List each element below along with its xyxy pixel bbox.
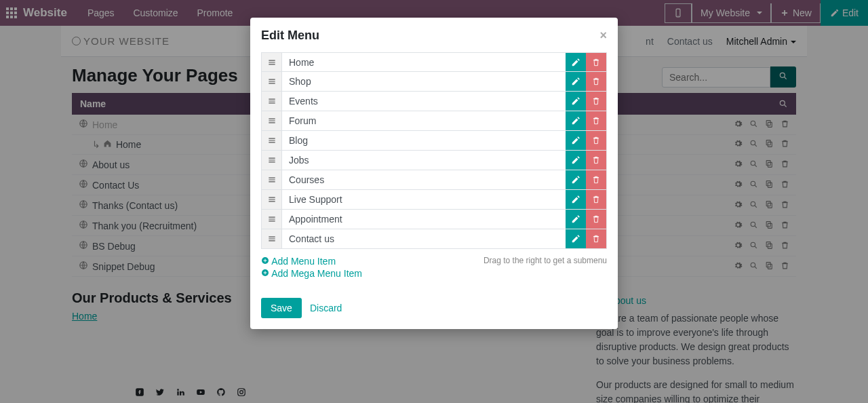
delete-item-button[interactable] xyxy=(586,190,606,209)
delete-item-button[interactable] xyxy=(586,210,606,229)
menu-item[interactable]: Courses xyxy=(261,170,607,190)
delete-item-button[interactable] xyxy=(586,229,606,248)
add-mega-menu-item[interactable]: Add Mega Menu Item xyxy=(261,268,362,279)
menu-item-label: Jobs xyxy=(282,151,566,170)
menu-item[interactable]: Appointment xyxy=(261,210,607,229)
add-menu-label: Add Menu Item xyxy=(271,256,336,267)
menu-item-label: Contact us xyxy=(282,229,566,248)
menu-item-label: Shop xyxy=(282,72,566,91)
edit-item-button[interactable] xyxy=(566,111,586,130)
delete-item-button[interactable] xyxy=(586,170,606,189)
drag-handle-icon[interactable] xyxy=(262,111,282,130)
edit-item-button[interactable] xyxy=(566,229,586,248)
drag-handle-icon[interactable] xyxy=(262,72,282,91)
edit-item-button[interactable] xyxy=(566,131,586,150)
drag-handle-icon[interactable] xyxy=(262,210,282,229)
edit-item-button[interactable] xyxy=(566,92,586,111)
add-menu-item[interactable]: Add Menu Item xyxy=(261,256,362,267)
edit-item-button[interactable] xyxy=(566,170,586,189)
save-button[interactable]: Save xyxy=(261,298,302,318)
menu-item[interactable]: Jobs xyxy=(261,151,607,170)
menu-item-label: Blog xyxy=(282,131,566,150)
delete-item-button[interactable] xyxy=(586,131,606,150)
drag-handle-icon[interactable] xyxy=(262,151,282,170)
menu-item-label: Forum xyxy=(282,111,566,130)
edit-menu-modal: Edit Menu × HomeShopEventsForumBlogJobsC… xyxy=(250,18,618,329)
modal-title: Edit Menu xyxy=(261,28,319,43)
menu-item[interactable]: Shop xyxy=(261,72,607,92)
menu-item[interactable]: Contact us xyxy=(261,229,607,249)
menu-item-label: Live Support xyxy=(282,190,566,209)
drag-handle-icon[interactable] xyxy=(262,190,282,209)
close-icon[interactable]: × xyxy=(599,28,607,43)
add-mega-label: Add Mega Menu Item xyxy=(271,268,362,279)
edit-item-button[interactable] xyxy=(566,72,586,91)
menu-item[interactable]: Blog xyxy=(261,131,607,151)
delete-item-button[interactable] xyxy=(586,111,606,130)
edit-item-button[interactable] xyxy=(566,190,586,209)
drag-handle-icon[interactable] xyxy=(262,170,282,189)
menu-item[interactable]: Forum xyxy=(261,111,607,131)
edit-item-button[interactable] xyxy=(566,53,586,71)
submenu-hint: Drag to the right to get a submenu xyxy=(484,256,607,265)
drag-handle-icon[interactable] xyxy=(262,53,282,71)
menu-item[interactable]: Live Support xyxy=(261,190,607,210)
menu-item-label: Courses xyxy=(282,170,566,189)
delete-item-button[interactable] xyxy=(586,53,606,71)
delete-item-button[interactable] xyxy=(586,151,606,170)
menu-item-label: Events xyxy=(282,92,566,111)
drag-handle-icon[interactable] xyxy=(262,131,282,150)
edit-item-button[interactable] xyxy=(566,151,586,170)
menu-item-label: Appointment xyxy=(282,210,566,229)
drag-handle-icon[interactable] xyxy=(262,229,282,248)
discard-button[interactable]: Discard xyxy=(310,303,342,313)
menu-item[interactable]: Home xyxy=(261,52,607,72)
edit-item-button[interactable] xyxy=(566,210,586,229)
menu-item-label: Home xyxy=(282,53,566,71)
delete-item-button[interactable] xyxy=(586,72,606,91)
drag-handle-icon[interactable] xyxy=(262,92,282,111)
delete-item-button[interactable] xyxy=(586,92,606,111)
menu-item[interactable]: Events xyxy=(261,92,607,111)
